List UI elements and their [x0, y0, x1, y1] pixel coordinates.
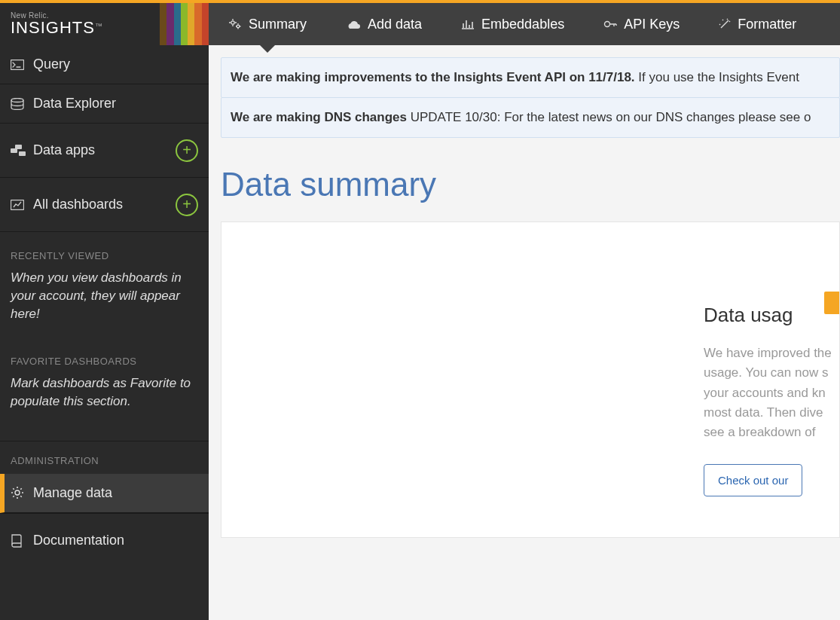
- alert-text: UPDATE 10/30: For the latest news on our…: [407, 110, 811, 124]
- tab-label: API Keys: [624, 17, 680, 32]
- recently-header: RECENTLY VIEWED: [0, 232, 209, 269]
- card-accent: [824, 292, 839, 314]
- tab-label: Add data: [368, 17, 422, 32]
- tab-summary[interactable]: Summary: [209, 3, 326, 45]
- database-icon: [11, 98, 27, 110]
- sidebar-label: Manage data: [33, 485, 112, 501]
- alert-dns[interactable]: We are making DNS changes UPDATE 10/30: …: [221, 97, 840, 138]
- apps-icon: [11, 145, 27, 157]
- sidebar-label: Data Explorer: [33, 96, 116, 111]
- wand-icon: [719, 18, 731, 30]
- sidebar-item-docs[interactable]: Documentation: [0, 521, 209, 560]
- sidebar-item-explorer[interactable]: Data Explorer: [0, 84, 209, 124]
- terminal-icon: [11, 60, 27, 70]
- dashboard-icon: [11, 200, 27, 210]
- sidebar-label: Documentation: [33, 533, 124, 548]
- favorites-header: FAVORITE DASHBOARDS: [0, 337, 209, 374]
- admin-header: ADMINISTRATION: [0, 441, 209, 474]
- alert-bold: We are making improvements to the Insigh…: [231, 70, 635, 84]
- sidebar-label: All dashboards: [33, 197, 123, 212]
- add-dashboard-button[interactable]: +: [176, 194, 198, 216]
- favorites-text: Mark dashboards as Favorite to populate …: [0, 374, 209, 441]
- brand-big: INSIGHTS: [11, 18, 95, 37]
- svg-point-1: [11, 98, 23, 102]
- svg-point-9: [605, 22, 610, 27]
- data-usage-card: Data usag We have improved the usage. Yo…: [221, 221, 840, 538]
- sidebar-item-dashboards[interactable]: All dashboards +: [0, 178, 209, 232]
- sidebar: New Relic. INSIGHTS™ Query Data Explorer…: [0, 3, 209, 620]
- check-out-button[interactable]: Check out our: [704, 464, 802, 496]
- page-title: Data summary: [221, 166, 840, 203]
- alert-bold: We are making DNS changes: [231, 110, 407, 124]
- tab-label: Formatter: [738, 17, 796, 32]
- top-tabs: Summary Add data Embeddables API Keys Fo…: [209, 3, 840, 45]
- tab-formatter[interactable]: Formatter: [699, 3, 816, 45]
- alert-text: If you use the Insights Event: [635, 70, 799, 84]
- main-content: We are making improvements to the Insigh…: [209, 45, 840, 620]
- tab-add-data[interactable]: Add data: [326, 3, 441, 45]
- svg-rect-4: [19, 151, 26, 156]
- svg-rect-0: [11, 60, 24, 69]
- svg-point-8: [237, 25, 240, 28]
- svg-rect-3: [15, 145, 22, 149]
- recently-text: When you view dashboards in your account…: [0, 269, 209, 337]
- sidebar-label: Query: [33, 57, 70, 72]
- card-title: Data usag: [704, 304, 809, 327]
- card-body: We have improved the usage. You can now …: [704, 344, 809, 443]
- gear-icon: [11, 486, 27, 499]
- sidebar-item-apps[interactable]: Data apps +: [0, 124, 209, 178]
- brand-logo[interactable]: New Relic. INSIGHTS™: [0, 3, 209, 45]
- gears-icon: [228, 18, 242, 30]
- sidebar-item-query[interactable]: Query: [0, 45, 209, 84]
- book-icon: [11, 534, 27, 548]
- cloud-upload-icon: [346, 19, 361, 29]
- add-app-button[interactable]: +: [176, 139, 198, 162]
- svg-point-6: [15, 490, 20, 495]
- key-icon: [603, 19, 617, 29]
- alert-event-api[interactable]: We are making improvements to the Insigh…: [221, 57, 840, 98]
- top-accent-bar: [0, 0, 840, 3]
- sidebar-label: Data apps: [33, 142, 95, 158]
- rainbow-decoration: [160, 3, 209, 45]
- tab-embeddables[interactable]: Embeddables: [441, 3, 584, 45]
- tab-label: Summary: [249, 17, 307, 32]
- svg-point-7: [231, 21, 234, 24]
- chart-icon: [461, 19, 475, 29]
- tab-label: Embeddables: [481, 17, 564, 32]
- tab-api-keys[interactable]: API Keys: [584, 3, 699, 45]
- sidebar-item-manage-data[interactable]: Manage data: [0, 474, 209, 513]
